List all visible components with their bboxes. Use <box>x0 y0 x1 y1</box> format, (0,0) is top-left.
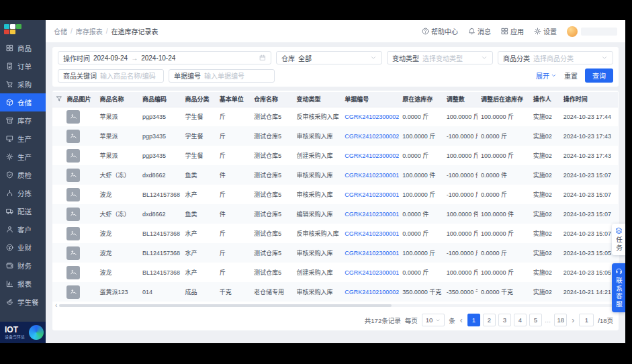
customer-service-float-button[interactable]: 联系客服 <box>612 263 625 312</box>
filter-panel: 操作时间 2024-09-24 → 2024-10-24 仓库 全部 <box>52 47 619 87</box>
doc-no-link[interactable]: CGRK24102300001 <box>345 230 399 237</box>
next-page-button[interactable]: › <box>571 316 575 324</box>
sidebar-item-student-meals[interactable]: 学生餐 <box>0 293 46 311</box>
sidebar-item-goods[interactable]: 商品 <box>0 39 46 57</box>
doc-no-link[interactable]: CGRK24102300001 <box>345 191 399 198</box>
unit-cell: 件 <box>216 204 251 224</box>
table-body: 苹果派pgp3435学生餐斤测试仓库5反审核采购入库CGRK2410230000… <box>52 107 618 302</box>
adjust-qty-cell: -100.0000 斤 <box>443 185 478 204</box>
column-filter-header[interactable] <box>52 92 63 107</box>
apps-button[interactable]: 应用 <box>501 26 524 36</box>
product-image-placeholder <box>66 266 80 279</box>
sidebar-item-label: 报表 <box>17 279 32 289</box>
search-button[interactable]: 查询 <box>585 69 613 83</box>
sidebar-menu: 商品 订单 采购 仓储 库存 生产 生产 质检 分拣 配送 客户 业财 财务 报… <box>0 38 46 322</box>
page-button-18[interactable]: 18 <box>554 314 567 326</box>
scrollbar-thumb[interactable] <box>59 304 392 307</box>
sidebar-item-orders[interactable]: 订单 <box>0 57 46 75</box>
page-size-select[interactable]: 10 <box>422 314 445 326</box>
doc-no-link[interactable]: CGRK24102300002 <box>345 133 399 140</box>
category-select[interactable]: 商品分类 选择商品分类 <box>498 51 613 64</box>
doc-no-link[interactable]: CGRK24102300001 <box>345 269 399 276</box>
reports-icon <box>6 280 13 287</box>
change-type-select[interactable]: 变动类型 选择变动类型 <box>387 51 493 64</box>
product-image-placeholder <box>66 285 80 299</box>
page-button-3[interactable]: 3 <box>498 314 511 326</box>
horizontal-scrollbar[interactable] <box>59 304 613 307</box>
pagination: 共172条记录 每页 10 条 ‹ 12345…18 › 1 /18页 <box>52 308 619 328</box>
page-button-2[interactable]: 2 <box>483 314 496 326</box>
page-jump-input[interactable]: 1 <box>579 314 594 326</box>
sidebar-item-finance[interactable]: 财务 <box>0 257 46 275</box>
breadcrumb-item[interactable]: 库存报表 <box>76 26 103 36</box>
doc-no-link[interactable]: CGRK24102300002 <box>345 152 399 159</box>
doc-no-link[interactable]: CGRK24102100002 <box>345 289 399 295</box>
sidebar-item-business-finance[interactable]: 业财 <box>0 238 46 257</box>
production-icon <box>6 153 13 161</box>
messages-button[interactable]: 消息 <box>468 26 491 36</box>
change-type-cell: 审核采购入库 <box>293 165 341 185</box>
operator-cell: 实施02 <box>530 224 560 243</box>
doc-no-input[interactable]: 单据编号 输入单据编号 <box>169 69 275 83</box>
warehouse-cell: 测试仓库5 <box>251 243 294 263</box>
sidebar-item-inventory[interactable]: 库存 <box>0 111 46 130</box>
product-code-cell: pgp3435 <box>139 146 182 165</box>
unit-cell: 斤 <box>216 107 251 126</box>
goods-icon <box>6 44 13 52</box>
date-range-picker[interactable]: 操作时间 2024-09-24 → 2024-10-24 <box>58 51 271 64</box>
settings-button[interactable]: 设置 <box>534 26 557 36</box>
chevron-down-icon <box>551 73 557 79</box>
page-total-label: /18页 <box>598 316 613 325</box>
page-button-1[interactable]: 1 <box>467 314 480 326</box>
change-type-placeholder: 选择变动类型 <box>422 53 463 63</box>
sidebar-item-production[interactable]: 生产 <box>0 130 46 148</box>
product-image-cell <box>63 204 96 224</box>
warehouse-select[interactable]: 仓库 全部 <box>276 51 382 64</box>
page-button-5[interactable]: 5 <box>529 314 542 326</box>
sidebar-item-reports[interactable]: 报表 <box>0 275 46 293</box>
keyword-input[interactable]: 商品关键词 输入商品名称/编码 <box>58 69 164 83</box>
sidebar-item-warehouse[interactable]: 仓储 <box>0 93 46 111</box>
unit-cell: 千克 <box>216 282 251 302</box>
category-placeholder: 选择商品分类 <box>533 53 574 63</box>
sidebar-item-label: 订单 <box>17 61 32 71</box>
unit-cell: 件 <box>216 165 251 185</box>
before-qty-cell: 350.0000 千克 <box>399 282 443 302</box>
sidebar-item-label: 配送 <box>17 206 32 216</box>
breadcrumb-separator: / <box>71 28 73 35</box>
headset-icon <box>615 267 623 275</box>
task-float-button[interactable]: 任务 <box>612 224 625 255</box>
gear-icon <box>534 28 541 35</box>
row-select-cell <box>52 224 63 243</box>
sidebar-item-production-2[interactable]: 生产 <box>0 148 46 166</box>
product-image-placeholder <box>66 110 80 124</box>
task-float-label: 任务 <box>614 236 623 252</box>
doc-no-link[interactable]: CGRK24102300001 <box>345 172 399 179</box>
page-button-4[interactable]: 4 <box>514 314 527 326</box>
finance-icon <box>6 262 13 269</box>
reset-button[interactable]: 重置 <box>564 71 578 81</box>
sidebar-item-sorting[interactable]: 分拣 <box>0 184 46 202</box>
prev-page-button[interactable]: ‹ <box>459 316 463 324</box>
adjust-qty-cell: 100.0000 件 <box>443 204 478 224</box>
table-row: 蛋黄派123014成品千克老仓储专用审核采购入库CGRK241021000023… <box>52 282 618 302</box>
expand-toggle[interactable]: 展开 <box>536 71 557 81</box>
sidebar-item-quality-check[interactable]: 质检 <box>0 166 46 184</box>
operator-cell: 实施02 <box>530 282 560 302</box>
sidebar-item-purchasing[interactable]: 采购 <box>0 75 46 93</box>
sidebar-item-customers[interactable]: 客户 <box>0 220 46 238</box>
change-type-cell: 反审核采购入库 <box>293 224 341 243</box>
breadcrumb-item[interactable]: 仓储 <box>54 26 67 36</box>
doc-no-link[interactable]: CGRK24102300001 <box>345 211 399 218</box>
before-qty-cell: 0.0000 件 <box>399 204 443 224</box>
doc-no-link[interactable]: CGRK24102300001 <box>345 250 399 257</box>
inventory-table: 商品图片 商品名称 商品编码 商品分类 基本单位 仓库名称 变动类型 单据编号 … <box>52 92 618 302</box>
sidebar-item-label: 库存 <box>17 116 32 126</box>
user-menu[interactable] <box>567 26 617 37</box>
sidebar-item-delivery[interactable]: 配送 <box>0 202 46 220</box>
doc-no-link[interactable]: CGRK24102300002 <box>345 113 399 120</box>
after-qty-cell: 100.0000 件 <box>478 204 530 224</box>
help-center-button[interactable]: 帮助中心 <box>422 26 458 36</box>
row-select-cell <box>52 263 63 282</box>
screen-letterbox: 商品 订单 采购 仓储 库存 生产 生产 质检 分拣 配送 客户 业财 财务 报… <box>0 0 632 364</box>
